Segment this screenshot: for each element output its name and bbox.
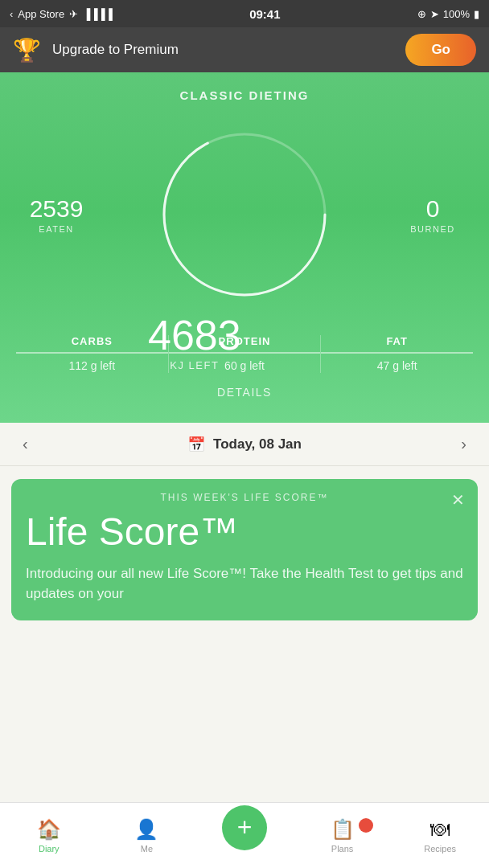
fat-value: 47 g left (377, 359, 417, 372)
nav-recipes[interactable]: 🍽 Recipes (391, 818, 489, 854)
status-right: ⊕ ➤ 100% ▮ (417, 8, 479, 20)
battery-icon: ▮ (474, 8, 479, 20)
macros-row: CARBS 112 g left PROTEIN 60 g left FAT 4… (16, 335, 473, 373)
diary-label: Diary (39, 844, 60, 854)
gps-icon: ➤ (430, 8, 439, 20)
status-left: ‹ App Store ✈ ▐▐▐▐ (10, 8, 113, 20)
nav-add[interactable]: + (195, 821, 294, 850)
battery-percent: 100% (443, 8, 470, 20)
progress-ring (148, 118, 341, 311)
close-life-score-button[interactable]: ✕ (451, 490, 465, 510)
life-score-header: THIS WEEK'S LIFE SCORE™ (26, 492, 463, 503)
airplane-icon: ✈ (69, 8, 78, 20)
fat-macro[interactable]: FAT 47 g left (321, 335, 473, 373)
next-date-button[interactable]: › (454, 428, 473, 460)
burned-label: BURNED (401, 224, 465, 234)
kj-circle[interactable]: 4683 KJ LEFT (148, 118, 341, 311)
add-button[interactable]: + (222, 805, 267, 850)
time-display: 09:41 (249, 7, 280, 21)
upgrade-banner: 🏆 Upgrade to Premium Go (0, 27, 489, 72)
eaten-stat: 2539 EATEN (24, 195, 88, 234)
add-icon: + (237, 813, 253, 842)
life-score-description: Introducing our all new Life Score™! Tak… (26, 563, 463, 604)
person-icon: 👤 (134, 818, 158, 841)
date-text: Today, 08 Jan (213, 436, 302, 452)
fat-label: FAT (321, 335, 473, 354)
recipes-icon: 🍽 (430, 818, 450, 841)
life-score-card: THIS WEEK'S LIFE SCORE™ ✕ Life Score™ In… (11, 479, 478, 620)
date-display: 📅 Today, 08 Jan (187, 436, 302, 453)
bottom-nav: 🏠 Diary 👤 Me + 📋 Plans 🍽 Recipes (0, 802, 489, 868)
carbs-label: CARBS (16, 335, 168, 354)
trophy-icon: 🏆 (13, 37, 41, 63)
me-label: Me (141, 844, 153, 854)
eaten-value: 2539 (30, 195, 84, 222)
home-icon: 🏠 (37, 818, 61, 841)
upgrade-left: 🏆 Upgrade to Premium (13, 37, 179, 63)
back-arrow: ‹ (10, 8, 13, 20)
date-nav: ‹ 📅 Today, 08 Jan › (0, 423, 489, 466)
nav-plans[interactable]: 📋 Plans (294, 818, 392, 854)
green-section: CLASSIC DIETING 2539 EATEN 4683 KJ LEFT … (0, 72, 489, 423)
life-score-title: Life Score™ (26, 511, 463, 554)
signal-icon: ▐▐▐▐ (83, 8, 113, 20)
status-bar: ‹ App Store ✈ ▐▐▐▐ 09:41 ⊕ ➤ 100% ▮ (0, 0, 489, 27)
burned-value: 0 (426, 195, 440, 222)
go-button[interactable]: Go (405, 34, 476, 66)
eaten-label: EATEN (24, 224, 88, 234)
details-link[interactable]: DETAILS (16, 386, 473, 399)
carrier-text: App Store (18, 8, 64, 20)
protein-value: 60 g left (224, 359, 265, 372)
location-icon: ⊕ (417, 8, 426, 20)
nav-diary[interactable]: 🏠 Diary (0, 818, 98, 854)
kj-value: 4683 (148, 314, 241, 356)
upgrade-text: Upgrade to Premium (52, 42, 179, 58)
prev-date-button[interactable]: ‹ (16, 428, 35, 460)
plans-label: Plans (331, 844, 354, 854)
carbs-value: 112 g left (69, 359, 116, 372)
burned-stat: 0 BURNED (401, 195, 465, 234)
plans-icon: 📋 (331, 818, 355, 841)
plans-badge (359, 818, 373, 833)
recipes-label: Recipes (424, 844, 456, 854)
section-title: CLASSIC DIETING (16, 88, 473, 102)
carbs-macro[interactable]: CARBS 112 g left (16, 335, 169, 373)
nav-me[interactable]: 👤 Me (98, 818, 196, 854)
calendar-icon: 📅 (187, 436, 205, 453)
